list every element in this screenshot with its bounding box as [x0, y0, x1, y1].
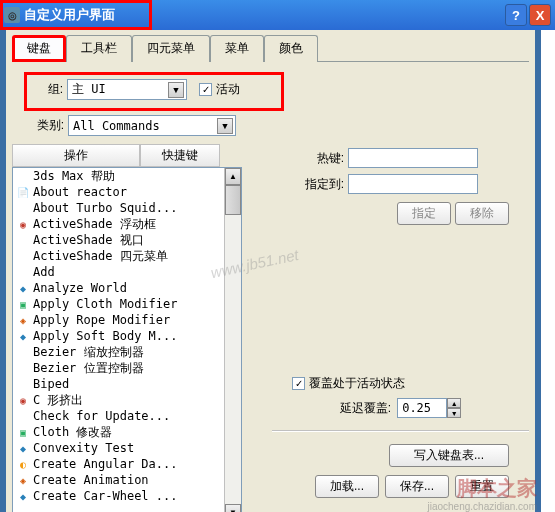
list-item[interactable]: Bezier 位置控制器: [13, 360, 241, 376]
list-item[interactable]: ▣Cloth 修改器: [13, 424, 241, 440]
close-button[interactable]: X: [529, 4, 551, 26]
item-label: ActiveShade 浮动框: [33, 216, 156, 233]
window-title: 自定义用户界面: [24, 6, 505, 24]
override-label: 覆盖处于活动状态: [309, 375, 405, 392]
item-label: Apply Soft Body M...: [33, 329, 178, 343]
vertical-scrollbar[interactable]: ▲ ▼: [224, 168, 241, 512]
item-label: Bezier 缩放控制器: [33, 344, 144, 361]
item-icon: ◆: [15, 441, 31, 455]
tab-menu[interactable]: 菜单: [210, 35, 264, 62]
tab-quadmenu[interactable]: 四元菜单: [132, 35, 210, 62]
item-icon: ◐: [15, 457, 31, 471]
action-list[interactable]: 3ds Max 帮助📄About reactorAbout Turbo Squi…: [12, 167, 242, 512]
category-label: 类别:: [24, 117, 64, 134]
item-label: Create Car-Wheel ...: [33, 489, 178, 503]
reset-button[interactable]: 重置: [455, 475, 509, 498]
item-icon: ◉: [15, 393, 31, 407]
list-item[interactable]: Check for Update...: [13, 408, 241, 424]
item-label: Add: [33, 265, 55, 279]
group-combo[interactable]: 主 UI ▼: [67, 79, 187, 100]
item-label: Analyze World: [33, 281, 127, 295]
active-checkbox[interactable]: ✓: [199, 83, 212, 96]
item-icon: ◆: [15, 281, 31, 295]
chevron-down-icon[interactable]: ▼: [168, 82, 184, 98]
list-item[interactable]: Add: [13, 264, 241, 280]
list-header-shortcut[interactable]: 快捷键: [140, 144, 220, 167]
item-icon: ◆: [15, 329, 31, 343]
list-item[interactable]: ◈Apply Rope Modifier: [13, 312, 241, 328]
write-keyboard-button[interactable]: 写入键盘表...: [389, 444, 509, 467]
list-item[interactable]: ▣Apply Cloth Modifier: [13, 296, 241, 312]
list-item[interactable]: ◉ActiveShade 浮动框: [13, 216, 241, 232]
hotkey-input[interactable]: [348, 148, 478, 168]
delay-input[interactable]: 0.25: [397, 398, 447, 418]
item-label: About reactor: [33, 185, 127, 199]
list-item[interactable]: ◆Apply Soft Body M...: [13, 328, 241, 344]
list-item[interactable]: ◆Convexity Test: [13, 440, 241, 456]
list-item[interactable]: ◉C 形挤出: [13, 392, 241, 408]
scroll-thumb[interactable]: [225, 185, 241, 215]
item-label: About Turbo Squid...: [33, 201, 178, 215]
scroll-up-icon[interactable]: ▲: [225, 168, 241, 185]
item-icon: ◈: [15, 313, 31, 327]
app-icon: ◎: [4, 7, 20, 23]
list-item[interactable]: Bezier 缩放控制器: [13, 344, 241, 360]
item-label: Check for Update...: [33, 409, 170, 423]
save-button[interactable]: 保存...: [385, 475, 449, 498]
help-button[interactable]: ?: [505, 4, 527, 26]
item-label: Convexity Test: [33, 441, 134, 455]
list-item[interactable]: Biped: [13, 376, 241, 392]
assign-to-input[interactable]: [348, 174, 478, 194]
list-header: 操作 快捷键: [12, 144, 242, 167]
list-item[interactable]: ActiveShade 四元菜单: [13, 248, 241, 264]
item-label: Create Angular Da...: [33, 457, 178, 471]
item-label: 3ds Max 帮助: [33, 168, 115, 185]
list-item[interactable]: ◆Analyze World: [13, 280, 241, 296]
list-item[interactable]: 📄About reactor: [13, 184, 241, 200]
active-label: 活动: [216, 81, 240, 98]
list-item[interactable]: ◆Create Car-Wheel ...: [13, 488, 241, 504]
load-button[interactable]: 加载...: [315, 475, 379, 498]
tab-keyboard[interactable]: 键盘: [12, 35, 66, 62]
item-icon: [15, 409, 31, 423]
group-combo-value: 主 UI: [72, 81, 106, 98]
item-icon: [15, 345, 31, 359]
item-icon: [15, 249, 31, 263]
list-item[interactable]: 3ds Max 帮助: [13, 168, 241, 184]
item-icon: ▣: [15, 425, 31, 439]
item-label: Apply Rope Modifier: [33, 313, 170, 327]
spinner-up-icon[interactable]: ▲: [447, 398, 461, 408]
hotkey-label: 热键:: [272, 150, 344, 167]
list-header-action[interactable]: 操作: [12, 144, 140, 167]
assign-button[interactable]: 指定: [397, 202, 451, 225]
item-icon: [15, 377, 31, 391]
remove-button[interactable]: 移除: [455, 202, 509, 225]
item-icon: ▣: [15, 297, 31, 311]
list-item[interactable]: ActiveShade 视口: [13, 232, 241, 248]
tab-color[interactable]: 颜色: [264, 35, 318, 62]
highlight-group: 组: 主 UI ▼ ✓ 活动: [24, 72, 284, 111]
item-label: Biped: [33, 377, 69, 391]
spinner-down-icon[interactable]: ▼: [447, 408, 461, 418]
item-icon: [15, 233, 31, 247]
tab-toolbar[interactable]: 工具栏: [66, 35, 132, 62]
category-combo[interactable]: All Commands ▼: [68, 115, 236, 136]
group-label: 组:: [33, 81, 63, 98]
item-label: Bezier 位置控制器: [33, 360, 144, 377]
list-item[interactable]: About Turbo Squid...: [13, 200, 241, 216]
item-icon: [15, 361, 31, 375]
scroll-down-icon[interactable]: ▼: [225, 504, 241, 512]
item-icon: ◈: [15, 473, 31, 487]
override-checkbox[interactable]: ✓: [292, 377, 305, 390]
item-icon: ◆: [15, 489, 31, 503]
list-item[interactable]: ◈Create Animation: [13, 472, 241, 488]
list-item[interactable]: ◐Create Angular Da...: [13, 456, 241, 472]
item-label: ActiveShade 视口: [33, 232, 144, 249]
item-icon: ◉: [15, 217, 31, 231]
titlebar: ◎ 自定义用户界面 ? X: [0, 0, 555, 30]
chevron-down-icon[interactable]: ▼: [217, 118, 233, 134]
item-label: Cloth 修改器: [33, 424, 112, 441]
item-icon: [15, 169, 31, 183]
item-label: Apply Cloth Modifier: [33, 297, 178, 311]
item-icon: 📄: [15, 185, 31, 199]
